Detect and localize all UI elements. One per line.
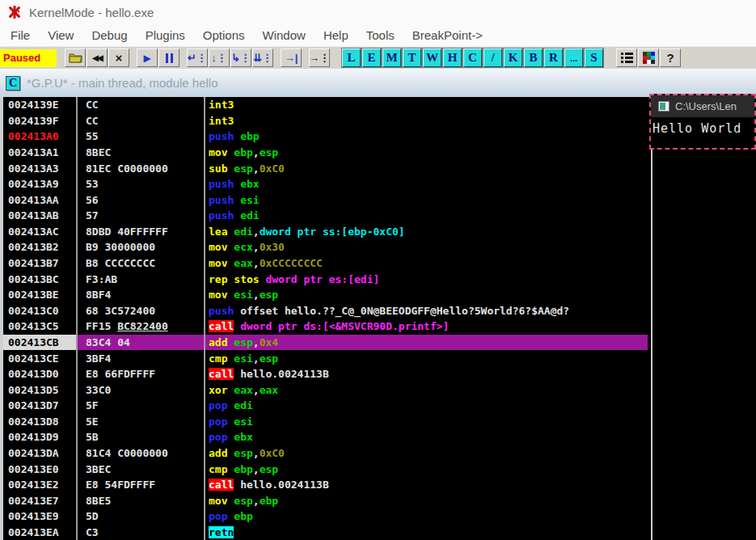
title-bar[interactable]: KernelMode - hello.exe xyxy=(0,0,756,24)
letter-button-E[interactable]: E xyxy=(362,49,381,67)
run-button[interactable]: ▶ xyxy=(137,49,158,67)
disasm-address[interactable]: 0024139F xyxy=(3,113,76,129)
disasm-row[interactable]: 002413A18BECmov ebp,esp xyxy=(3,145,651,161)
disasm-address[interactable]: 002413D9 xyxy=(3,429,76,445)
menu-item-tools[interactable]: Tools xyxy=(357,28,403,42)
disasm-row[interactable]: 002413AA56push esi xyxy=(3,192,651,208)
disasm-address[interactable]: 002413AA xyxy=(3,192,76,208)
trace-over-button[interactable]: ⇊⋮ xyxy=(252,49,273,67)
log-button[interactable] xyxy=(616,49,637,67)
disasm-address[interactable]: 002413D7 xyxy=(3,398,76,414)
menu-item-plugins[interactable]: Plugins xyxy=(137,28,194,42)
pane-right-border[interactable] xyxy=(651,97,653,540)
letter-button-S[interactable]: S xyxy=(585,49,603,67)
disasm-address[interactable]: 002413BC xyxy=(3,271,76,287)
pause-button[interactable] xyxy=(158,49,179,67)
disasm-row[interactable]: 002413C5FF15 BC822400call dword ptr ds:[… xyxy=(3,319,651,335)
disasm-address[interactable]: 002413A3 xyxy=(3,160,76,176)
letter-button-T[interactable]: T xyxy=(403,49,421,67)
step-into-button[interactable]: ↵⋮ xyxy=(187,49,208,67)
letter-button-C[interactable]: C xyxy=(463,49,482,67)
column-divider-bytes[interactable] xyxy=(204,97,205,540)
disasm-row[interactable]: 0024139FCCint3 xyxy=(3,113,651,129)
disasm-row[interactable]: 002413C068 3C572400push offset hello.??_… xyxy=(3,303,651,319)
disasm-address[interactable]: 002413B2 xyxy=(3,239,76,255)
disasm-address[interactable]: 002413BE xyxy=(3,287,76,303)
appearance-button[interactable] xyxy=(638,49,659,67)
menu-item-breakpoint[interactable]: BreakPoint-> xyxy=(403,28,492,42)
disasm-address[interactable]: 002413E7 xyxy=(3,492,76,508)
menu-item-help[interactable]: Help xyxy=(315,28,357,42)
disasm-row[interactable]: 002413CB83C4 04add esp,0x4 xyxy=(3,335,651,351)
disasm-address[interactable]: 002413B7 xyxy=(3,255,76,272)
pause-icon xyxy=(166,53,173,63)
disasm-row[interactable]: 002413BCF3:ABrep stos dword ptr es:[edi] xyxy=(3,271,651,287)
disasm-address[interactable]: 002413CB xyxy=(3,335,76,351)
disasm-address[interactable]: 002413D0 xyxy=(3,366,76,382)
disasm-address[interactable]: 002413E2 xyxy=(3,477,76,493)
step-over-button[interactable]: ↓⋮ xyxy=(209,49,230,67)
disasm-address[interactable]: 002413D5 xyxy=(3,382,76,398)
disasm-row[interactable]: 002413B7B8 CCCCCCCCmov eax,0xCCCCCCCC xyxy=(3,255,651,272)
letter-button-slash[interactable]: / xyxy=(484,49,502,67)
menu-item-debug[interactable]: Debug xyxy=(82,28,136,42)
disasm-address[interactable]: 002413AB xyxy=(3,208,76,224)
disasm-row[interactable]: 0024139ECCint3 xyxy=(3,97,651,113)
console-title-bar[interactable]: C:\Users\Len xyxy=(651,95,754,117)
letter-button-L[interactable]: L xyxy=(342,49,361,67)
disasm-address[interactable]: 002413C5 xyxy=(3,319,76,335)
disasm-address[interactable]: 002413A1 xyxy=(3,145,76,161)
disasm-address[interactable]: 002413D8 xyxy=(3,414,76,430)
letter-button-B[interactable]: B xyxy=(524,49,543,67)
menu-item-options[interactable]: Options xyxy=(194,28,254,42)
cpu-window-caption[interactable]: C *G.P.U* - main thread, module hello xyxy=(0,69,756,97)
disasm-row[interactable]: 002413CE3BF4cmp esi,esp xyxy=(3,350,651,366)
disasm-row[interactable]: 002413EAC3retn xyxy=(3,525,651,540)
letter-button-R[interactable]: R xyxy=(544,49,563,67)
disasm-instruction: retn xyxy=(204,525,648,540)
disasm-row[interactable]: 002413E95Dpop ebp xyxy=(3,508,651,525)
letter-button-H[interactable]: H xyxy=(443,49,462,67)
letter-button-K[interactable]: K xyxy=(504,49,522,67)
column-divider-address[interactable] xyxy=(76,97,78,540)
disasm-row[interactable]: 002413BE8BF4mov esi,esp xyxy=(3,287,651,303)
disasm-row[interactable]: 002413E78BE5mov esp,ebp xyxy=(3,492,651,508)
disasm-address[interactable]: 002413DA xyxy=(3,445,76,462)
restart-button[interactable]: ◀◀ xyxy=(87,49,108,67)
disasm-address[interactable]: 002413C0 xyxy=(3,303,76,319)
disasm-address[interactable]: 002413E9 xyxy=(3,508,76,525)
go-to-button[interactable]: →⋮ xyxy=(309,49,330,67)
disasm-address[interactable]: 0024139E xyxy=(3,97,76,113)
letter-button-M[interactable]: M xyxy=(382,49,401,67)
disasm-row[interactable]: 002413E03BECcmp ebp,esp xyxy=(3,461,651,477)
disasm-row[interactable]: 002413D533C0xor eax,eax xyxy=(3,382,651,398)
disasm-row[interactable]: 002413D95Bpop ebx xyxy=(3,429,651,445)
disasm-address[interactable]: 002413A9 xyxy=(3,176,76,192)
disasm-row[interactable]: 002413D0E8 66FDFFFFcall hello.0024113B xyxy=(3,366,651,382)
letter-button-W[interactable]: W xyxy=(423,49,441,67)
disasm-row[interactable]: 002413B2B9 30000000mov ecx,0x30 xyxy=(3,239,651,255)
open-file-button[interactable] xyxy=(65,49,86,67)
help-button[interactable]: ? xyxy=(660,49,681,67)
disasm-row[interactable]: 002413DA81C4 C0000000add esp,0xC0 xyxy=(3,445,651,462)
disasm-row[interactable]: 002413D85Epop esi xyxy=(3,414,651,430)
disasm-address[interactable]: 002413CE xyxy=(3,350,76,366)
disasm-row[interactable]: 002413E2E8 54FDFFFFcall hello.0024113B xyxy=(3,477,651,493)
menu-item-window[interactable]: Window xyxy=(254,28,315,42)
disasm-row[interactable]: 002413AB57push edi xyxy=(3,208,651,224)
disasm-row[interactable]: 002413A055push ebp xyxy=(3,129,651,145)
close-process-button[interactable]: × xyxy=(108,49,129,67)
disasm-address-breakpoint[interactable]: 002413A0 xyxy=(3,129,76,145)
execute-till-return-button[interactable]: →| xyxy=(281,49,302,67)
disasm-row[interactable]: 002413AC8DBD 40FFFFFFlea edi,dword ptr s… xyxy=(3,224,651,240)
disasm-row[interactable]: 002413D75Fpop edi xyxy=(3,398,651,414)
trace-into-button[interactable]: ↳⋮ xyxy=(230,49,251,67)
menu-item-view[interactable]: View xyxy=(39,28,82,42)
disasm-address[interactable]: 002413E0 xyxy=(3,461,76,477)
letter-button-more[interactable]: ... xyxy=(564,49,583,67)
disasm-address[interactable]: 002413AC xyxy=(3,224,76,240)
disasm-row[interactable]: 002413A381EC C0000000sub esp,0xC0 xyxy=(3,160,651,176)
menu-item-file[interactable]: File xyxy=(2,28,39,42)
disasm-address[interactable]: 002413EA xyxy=(3,525,76,540)
disasm-row[interactable]: 002413A953push ebx xyxy=(3,176,651,192)
